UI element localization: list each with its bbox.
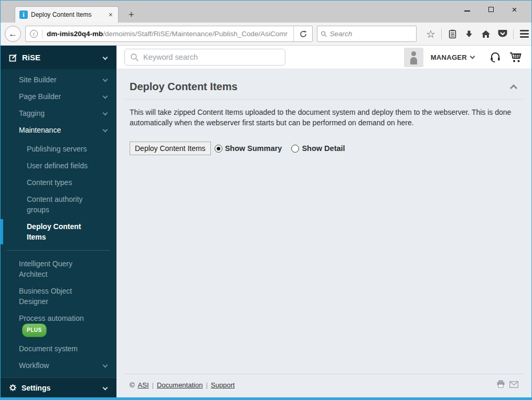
info-icon[interactable]: i: [30, 30, 38, 38]
sidebar-item-task-viewer[interactable]: Task viewer: [1, 374, 116, 377]
tab-title: Deploy Content Items: [31, 11, 104, 18]
panel-spacer: [124, 155, 524, 374]
close-icon: ×: [512, 5, 517, 14]
radio-selected-icon[interactable]: [215, 145, 222, 153]
sidebar-item-content-types[interactable]: Content types: [1, 174, 116, 191]
radio-group: Show Summary Show Detail: [215, 144, 345, 153]
radio-unselected-icon[interactable]: [291, 145, 299, 153]
sidebar-item-process-automation[interactable]: Process automationPLUS: [1, 310, 116, 340]
home-button[interactable]: [478, 26, 494, 42]
sidebar-item-label: Document system: [19, 344, 78, 353]
footer-link-asi[interactable]: ASI: [138, 381, 149, 389]
download-arrow-icon: [465, 30, 473, 38]
minimize-button[interactable]: [455, 3, 479, 16]
main-content: MANAGER Deploy Content Items This w: [116, 46, 531, 397]
sidebar-item-label: Deploy Content Items: [27, 222, 81, 241]
sidebar-item-page-builder[interactable]: Page Builder: [1, 88, 116, 105]
radio-show-summary[interactable]: Show Summary: [215, 144, 282, 153]
close-button[interactable]: ×: [503, 3, 526, 16]
keyword-search[interactable]: [124, 49, 285, 66]
new-tab-button[interactable]: +: [124, 9, 139, 20]
chevron-down-icon: [103, 94, 108, 99]
tab-close-icon[interactable]: ×: [108, 10, 114, 19]
browser-tab[interactable]: i Deploy Content Items ×: [15, 6, 119, 23]
reload-button[interactable]: [293, 26, 312, 41]
sidebar-item-label: Site Builder: [19, 75, 57, 84]
url-bar[interactable]: i dm-imis20q4-mb/demoimis/Staff/RiSE/Mai…: [25, 26, 313, 42]
sidebar-item-deploy-content-items[interactable]: Deploy Content Items: [1, 218, 116, 245]
url-text: dm-imis20q4-mb/demoimis/Staff/RiSE/Maint…: [47, 30, 293, 38]
avatar-person-icon: [411, 51, 416, 56]
email-button[interactable]: [509, 381, 518, 390]
window-controls: ×: [455, 3, 526, 16]
bookmark-star-button[interactable]: ☆: [423, 26, 439, 42]
staff-topbar: MANAGER: [116, 46, 531, 69]
sidebar-header-label: RiSE: [22, 53, 40, 62]
footer-icons: [496, 380, 518, 390]
sidebar-settings[interactable]: Settings: [1, 377, 116, 397]
downloads-button[interactable]: [461, 26, 477, 42]
deploy-controls: Deploy Content Items Show Summary Show D…: [130, 142, 518, 155]
sidebar-item-business-object-designer[interactable]: Business Object Designer: [1, 283, 116, 310]
back-button[interactable]: ←: [5, 26, 21, 42]
print-button[interactable]: [496, 380, 505, 390]
toolbar-icons: ☆: [423, 26, 532, 42]
url-domain: dm-imis20q4-mb: [47, 30, 103, 38]
pocket-button[interactable]: [495, 26, 510, 42]
chevron-down-icon: [103, 385, 108, 391]
plus-badge: PLUS: [22, 323, 47, 337]
bookmarks-menu-button[interactable]: [444, 26, 460, 42]
sidebar-item-workflow[interactable]: Workflow: [1, 357, 116, 374]
user-name: MANAGER: [431, 53, 467, 61]
cart-icon: [509, 51, 524, 63]
menu-button[interactable]: [516, 26, 532, 42]
headset-icon: [489, 51, 502, 63]
support-button[interactable]: [489, 51, 502, 63]
imis-favicon: i: [19, 10, 28, 19]
sidebar-item-label: Intelligent Query Architect: [19, 260, 72, 278]
toolbar-separator: [441, 29, 442, 39]
sidebar-item-user-defined-fields[interactable]: User defined fields: [1, 157, 116, 174]
app-area: RiSE Site Builder Page Builder Tagging M…: [1, 46, 531, 397]
radio-show-detail[interactable]: Show Detail: [291, 144, 345, 153]
sidebar-item-label: Page Builder: [19, 92, 61, 101]
envelope-icon: [509, 381, 518, 388]
browser-search[interactable]: [317, 26, 417, 42]
cart-button[interactable]: [509, 51, 524, 63]
sidebar-item-label: Workflow: [19, 361, 49, 370]
chevron-down-icon: [103, 55, 108, 60]
topbar-right: MANAGER: [404, 48, 524, 67]
footer-link-documentation[interactable]: Documentation: [157, 381, 203, 389]
url-separator: [42, 29, 42, 39]
star-icon: ☆: [426, 29, 435, 39]
sidebar-item-document-system[interactable]: Document system: [1, 340, 116, 357]
footer-link-support[interactable]: Support: [211, 381, 235, 389]
sidebar-item-label: Process automation: [19, 314, 84, 322]
sidebar-item-publishing-servers[interactable]: Publishing servers: [1, 140, 116, 157]
sidebar-item-label: User defined fields: [27, 161, 88, 170]
sidebar-item-site-builder[interactable]: Site Builder: [1, 71, 116, 88]
sidebar-item-maintenance[interactable]: Maintenance: [1, 122, 116, 138]
sidebar-item-label: Business Object Designer: [19, 287, 72, 306]
browser-search-input[interactable]: [330, 30, 413, 38]
sidebar-item-label: Publishing servers: [27, 145, 87, 153]
maximize-button[interactable]: [479, 3, 503, 16]
sidebar-item-label: Content types: [27, 178, 72, 187]
sidebar-header-rise[interactable]: RiSE: [1, 46, 116, 69]
sidebar-item-content-authority-groups[interactable]: Content authority groups: [1, 191, 116, 218]
page-title: Deploy Content Items: [130, 81, 238, 93]
avatar[interactable]: [404, 48, 423, 67]
keyword-search-input[interactable]: [143, 53, 280, 61]
compose-icon: [9, 53, 17, 62]
search-icon: [321, 30, 327, 38]
browser-toolbar: ← i dm-imis20q4-mb/demoimis/Staff/RiSE/M…: [1, 23, 531, 46]
deploy-content-items-button[interactable]: Deploy Content Items: [130, 142, 211, 155]
chevron-down-icon: [103, 77, 108, 82]
sidebar-item-tagging[interactable]: Tagging: [1, 105, 116, 122]
sidebar-item-intelligent-query-architect[interactable]: Intelligent Query Architect: [1, 255, 116, 283]
user-menu[interactable]: MANAGER: [431, 53, 474, 61]
clipboard-icon: [448, 29, 457, 39]
collapse-chevron-up-icon[interactable]: [510, 84, 517, 91]
home-icon: [481, 30, 491, 38]
sidebar-item-label: Tagging: [19, 109, 45, 117]
